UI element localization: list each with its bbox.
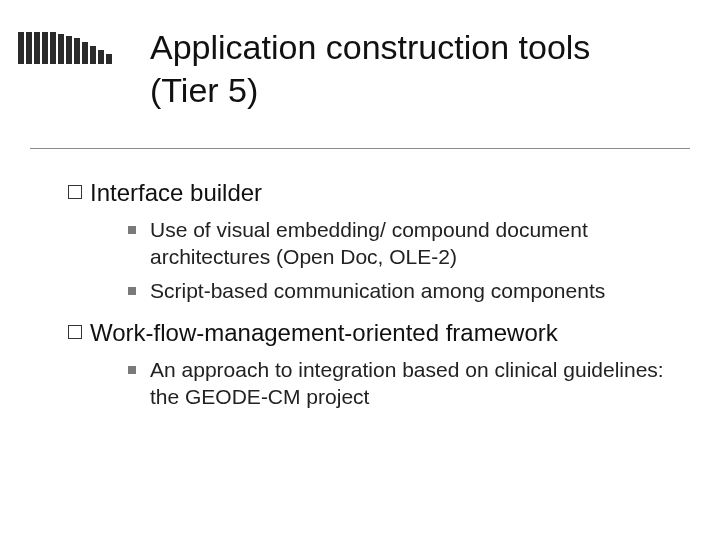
hollow-square-bullet-icon bbox=[68, 325, 82, 339]
filled-square-bullet-icon bbox=[128, 287, 136, 295]
slide: Application construction tools (Tier 5) … bbox=[0, 0, 720, 540]
list-item: Use of visual embedding/ compound docume… bbox=[128, 216, 680, 271]
title-block: Application construction tools (Tier 5) bbox=[150, 26, 680, 111]
decor-bar bbox=[82, 42, 88, 64]
section-interface-builder: Interface builder Use of visual embeddin… bbox=[68, 178, 680, 304]
decor-bar bbox=[42, 32, 48, 64]
decor-bar bbox=[98, 50, 104, 64]
list-item: An approach to integration based on clin… bbox=[128, 356, 680, 411]
decor-bar bbox=[58, 34, 64, 64]
list-item-text: Script-based communication among compone… bbox=[150, 277, 605, 304]
corner-bars-decoration bbox=[18, 32, 112, 64]
decor-bar bbox=[74, 38, 80, 64]
body-content: Interface builder Use of visual embeddin… bbox=[68, 172, 680, 424]
section-heading: Work-flow-management-oriented framework bbox=[90, 318, 558, 348]
section-heading-row: Work-flow-management-oriented framework bbox=[68, 318, 680, 348]
decor-bar bbox=[26, 32, 32, 64]
title-underline bbox=[30, 148, 690, 149]
decor-bar bbox=[50, 32, 56, 64]
decor-bar bbox=[90, 46, 96, 64]
hollow-square-bullet-icon bbox=[68, 185, 82, 199]
list-item: Script-based communication among compone… bbox=[128, 277, 680, 304]
decor-bar bbox=[34, 32, 40, 64]
list-item-text: Use of visual embedding/ compound docume… bbox=[150, 216, 680, 271]
title-line-2: (Tier 5) bbox=[150, 69, 680, 112]
filled-square-bullet-icon bbox=[128, 366, 136, 374]
list-item-text: An approach to integration based on clin… bbox=[150, 356, 680, 411]
decor-bar bbox=[106, 54, 112, 64]
section-workflow-framework: Work-flow-management-oriented framework … bbox=[68, 318, 680, 411]
filled-square-bullet-icon bbox=[128, 226, 136, 234]
title-line-1: Application construction tools bbox=[150, 26, 680, 69]
subitem-list: Use of visual embedding/ compound docume… bbox=[128, 216, 680, 304]
subitem-list: An approach to integration based on clin… bbox=[128, 356, 680, 411]
section-heading-row: Interface builder bbox=[68, 178, 680, 208]
decor-bar bbox=[66, 36, 72, 64]
section-heading: Interface builder bbox=[90, 178, 262, 208]
decor-bar bbox=[18, 32, 24, 64]
